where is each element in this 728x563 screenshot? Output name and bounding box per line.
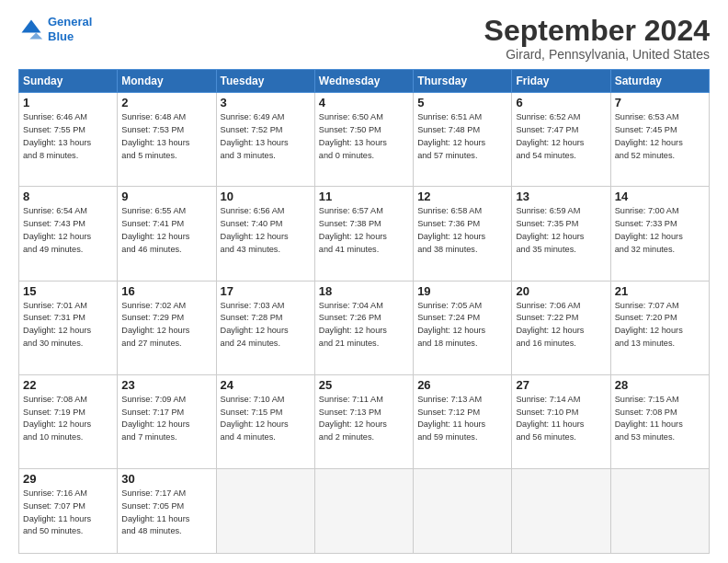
day-info: Sunrise: 7:11 AM Sunset: 7:13 PM Dayligh… bbox=[319, 394, 409, 444]
day-info: Sunrise: 7:13 AM Sunset: 7:12 PM Dayligh… bbox=[417, 394, 507, 444]
day-number: 23 bbox=[121, 378, 211, 392]
day-cell: 20Sunrise: 7:06 AM Sunset: 7:22 PM Dayli… bbox=[512, 281, 610, 374]
day-cell: 27Sunrise: 7:14 AM Sunset: 7:10 PM Dayli… bbox=[512, 374, 610, 468]
day-info: Sunrise: 7:01 AM Sunset: 7:31 PM Dayligh… bbox=[23, 300, 113, 350]
day-cell: 15Sunrise: 7:01 AM Sunset: 7:31 PM Dayli… bbox=[19, 281, 118, 374]
day-number: 10 bbox=[221, 190, 311, 203]
day-number: 20 bbox=[516, 284, 606, 298]
week-row-1: 1Sunrise: 6:46 AM Sunset: 7:55 PM Daylig… bbox=[19, 93, 710, 187]
day-number: 28 bbox=[615, 378, 705, 392]
day-cell: 2Sunrise: 6:48 AM Sunset: 7:53 PM Daylig… bbox=[118, 93, 216, 187]
subtitle: Girard, Pennsylvania, United States bbox=[484, 47, 710, 62]
day-cell: 7Sunrise: 6:53 AM Sunset: 7:45 PM Daylig… bbox=[610, 93, 709, 187]
day-info: Sunrise: 6:49 AM Sunset: 7:52 PM Dayligh… bbox=[221, 111, 311, 162]
week-row-3: 15Sunrise: 7:01 AM Sunset: 7:31 PM Dayli… bbox=[19, 281, 710, 374]
day-info: Sunrise: 6:56 AM Sunset: 7:40 PM Dayligh… bbox=[221, 205, 311, 256]
day-number: 9 bbox=[121, 190, 211, 203]
day-cell: 22Sunrise: 7:08 AM Sunset: 7:19 PM Dayli… bbox=[19, 374, 118, 468]
day-cell: 9Sunrise: 6:55 AM Sunset: 7:41 PM Daylig… bbox=[118, 187, 216, 281]
day-info: Sunrise: 6:46 AM Sunset: 7:55 PM Dayligh… bbox=[23, 111, 113, 162]
logo: General Blue bbox=[18, 15, 92, 43]
day-cell: 17Sunrise: 7:03 AM Sunset: 7:28 PM Dayli… bbox=[216, 281, 314, 374]
day-info: Sunrise: 7:16 AM Sunset: 7:07 PM Dayligh… bbox=[23, 488, 113, 538]
day-info: Sunrise: 6:52 AM Sunset: 7:47 PM Dayligh… bbox=[516, 111, 606, 162]
logo-text: General Blue bbox=[48, 15, 92, 43]
day-info: Sunrise: 6:57 AM Sunset: 7:38 PM Dayligh… bbox=[319, 205, 409, 256]
week-row-5: 29Sunrise: 7:16 AM Sunset: 7:07 PM Dayli… bbox=[19, 469, 710, 554]
logo-icon bbox=[18, 17, 44, 42]
col-header-wednesday: Wednesday bbox=[314, 70, 413, 93]
day-info: Sunrise: 7:15 AM Sunset: 7:08 PM Dayligh… bbox=[615, 394, 705, 444]
title-block: September 2024 Girard, Pennsylvania, Uni… bbox=[484, 15, 710, 62]
day-cell: 21Sunrise: 7:07 AM Sunset: 7:20 PM Dayli… bbox=[610, 281, 709, 374]
day-info: Sunrise: 6:59 AM Sunset: 7:35 PM Dayligh… bbox=[516, 205, 606, 256]
day-cell: 13Sunrise: 6:59 AM Sunset: 7:35 PM Dayli… bbox=[512, 187, 610, 281]
col-header-sunday: Sunday bbox=[19, 70, 118, 93]
svg-marker-1 bbox=[29, 32, 42, 39]
day-cell bbox=[414, 469, 512, 554]
day-number: 13 bbox=[516, 190, 606, 203]
day-cell bbox=[216, 469, 314, 554]
day-number: 2 bbox=[121, 96, 211, 109]
day-cell: 24Sunrise: 7:10 AM Sunset: 7:15 PM Dayli… bbox=[216, 374, 314, 468]
day-info: Sunrise: 7:06 AM Sunset: 7:22 PM Dayligh… bbox=[516, 300, 606, 350]
day-number: 30 bbox=[121, 472, 211, 486]
day-info: Sunrise: 7:08 AM Sunset: 7:19 PM Dayligh… bbox=[23, 394, 113, 444]
day-info: Sunrise: 7:02 AM Sunset: 7:29 PM Dayligh… bbox=[121, 300, 211, 350]
day-cell: 3Sunrise: 6:49 AM Sunset: 7:52 PM Daylig… bbox=[216, 93, 314, 187]
col-header-thursday: Thursday bbox=[414, 70, 512, 93]
col-header-friday: Friday bbox=[512, 70, 610, 93]
day-info: Sunrise: 6:55 AM Sunset: 7:41 PM Dayligh… bbox=[121, 205, 211, 256]
day-cell: 25Sunrise: 7:11 AM Sunset: 7:13 PM Dayli… bbox=[314, 374, 413, 468]
day-number: 26 bbox=[417, 378, 507, 392]
day-number: 29 bbox=[23, 472, 113, 486]
day-number: 27 bbox=[516, 378, 606, 392]
logo-general: General bbox=[48, 15, 92, 29]
header: General Blue September 2024 Girard, Penn… bbox=[18, 15, 710, 62]
day-info: Sunrise: 7:14 AM Sunset: 7:10 PM Dayligh… bbox=[516, 394, 606, 444]
col-header-tuesday: Tuesday bbox=[216, 70, 314, 93]
day-cell: 1Sunrise: 6:46 AM Sunset: 7:55 PM Daylig… bbox=[19, 93, 118, 187]
day-cell: 8Sunrise: 6:54 AM Sunset: 7:43 PM Daylig… bbox=[19, 187, 118, 281]
day-cell bbox=[314, 469, 413, 554]
calendar-table: SundayMondayTuesdayWednesdayThursdayFrid… bbox=[18, 69, 710, 554]
day-number: 24 bbox=[221, 378, 311, 392]
day-number: 11 bbox=[319, 190, 409, 203]
day-number: 5 bbox=[417, 96, 507, 109]
day-cell: 29Sunrise: 7:16 AM Sunset: 7:07 PM Dayli… bbox=[19, 469, 118, 554]
day-info: Sunrise: 7:09 AM Sunset: 7:17 PM Dayligh… bbox=[121, 394, 211, 444]
day-cell: 19Sunrise: 7:05 AM Sunset: 7:24 PM Dayli… bbox=[414, 281, 512, 374]
day-info: Sunrise: 7:17 AM Sunset: 7:05 PM Dayligh… bbox=[121, 488, 211, 538]
day-number: 12 bbox=[417, 190, 507, 203]
day-number: 14 bbox=[615, 190, 705, 203]
day-cell: 12Sunrise: 6:58 AM Sunset: 7:36 PM Dayli… bbox=[414, 187, 512, 281]
day-cell: 18Sunrise: 7:04 AM Sunset: 7:26 PM Dayli… bbox=[314, 281, 413, 374]
day-number: 15 bbox=[23, 284, 113, 298]
day-number: 17 bbox=[221, 284, 311, 298]
svg-marker-0 bbox=[22, 19, 41, 32]
day-info: Sunrise: 7:07 AM Sunset: 7:20 PM Dayligh… bbox=[615, 300, 705, 350]
day-cell: 10Sunrise: 6:56 AM Sunset: 7:40 PM Dayli… bbox=[216, 187, 314, 281]
day-cell: 16Sunrise: 7:02 AM Sunset: 7:29 PM Dayli… bbox=[118, 281, 216, 374]
day-info: Sunrise: 6:54 AM Sunset: 7:43 PM Dayligh… bbox=[23, 205, 113, 256]
day-number: 8 bbox=[23, 190, 113, 203]
main-title: September 2024 bbox=[484, 15, 710, 47]
day-cell bbox=[610, 469, 709, 554]
day-info: Sunrise: 6:50 AM Sunset: 7:50 PM Dayligh… bbox=[319, 111, 409, 162]
week-row-4: 22Sunrise: 7:08 AM Sunset: 7:19 PM Dayli… bbox=[19, 374, 710, 468]
day-number: 22 bbox=[23, 378, 113, 392]
day-cell: 28Sunrise: 7:15 AM Sunset: 7:08 PM Dayli… bbox=[610, 374, 709, 468]
week-row-2: 8Sunrise: 6:54 AM Sunset: 7:43 PM Daylig… bbox=[19, 187, 710, 281]
day-cell: 4Sunrise: 6:50 AM Sunset: 7:50 PM Daylig… bbox=[314, 93, 413, 187]
page: General Blue September 2024 Girard, Penn… bbox=[0, 0, 728, 563]
day-cell: 11Sunrise: 6:57 AM Sunset: 7:38 PM Dayli… bbox=[314, 187, 413, 281]
day-info: Sunrise: 7:04 AM Sunset: 7:26 PM Dayligh… bbox=[319, 300, 409, 350]
day-info: Sunrise: 7:00 AM Sunset: 7:33 PM Dayligh… bbox=[615, 205, 705, 256]
day-number: 25 bbox=[319, 378, 409, 392]
day-info: Sunrise: 7:10 AM Sunset: 7:15 PM Dayligh… bbox=[221, 394, 311, 444]
day-info: Sunrise: 6:48 AM Sunset: 7:53 PM Dayligh… bbox=[121, 111, 211, 162]
day-number: 3 bbox=[221, 96, 311, 109]
day-cell: 26Sunrise: 7:13 AM Sunset: 7:12 PM Dayli… bbox=[414, 374, 512, 468]
day-cell: 5Sunrise: 6:51 AM Sunset: 7:48 PM Daylig… bbox=[414, 93, 512, 187]
day-info: Sunrise: 6:51 AM Sunset: 7:48 PM Dayligh… bbox=[417, 111, 507, 162]
